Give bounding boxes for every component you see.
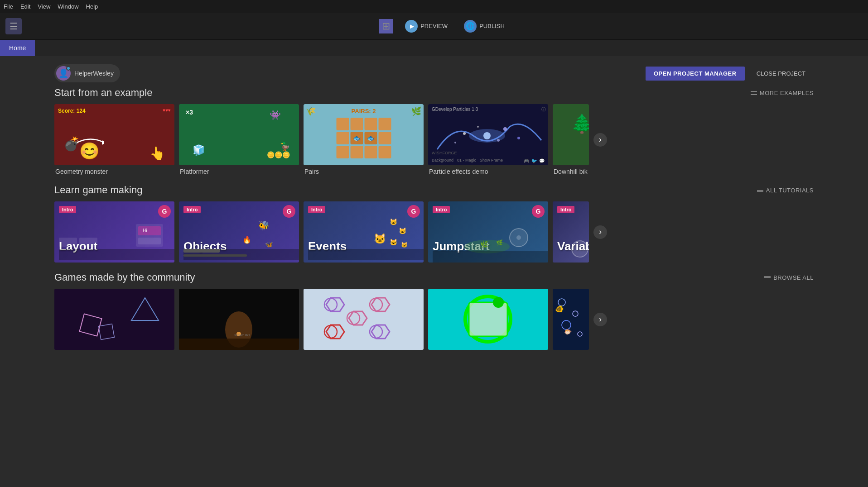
menu-file[interactable]: File <box>4 3 13 10</box>
example-card-downhill[interactable]: 🌲 Downhill bik <box>553 104 589 175</box>
svg-point-5 <box>454 142 456 143</box>
more-examples-link[interactable]: MORE EXAMPLES <box>751 90 814 96</box>
svg-rect-41 <box>179 339 299 350</box>
tab-home[interactable]: Home <box>0 40 35 56</box>
svg-text:🐱: 🐱 <box>390 239 398 246</box>
svg-text:Hi: Hi <box>143 228 147 233</box>
community-card-3[interactable] <box>304 289 424 350</box>
pairs-plant-right: 🌾 <box>306 106 316 116</box>
tutorial-card-objects[interactable]: Intro G Objects 🐝 🔥 🦋 <box>179 201 299 263</box>
user-header: 👤 HelperWesley OPEN PROJECT MANAGER CLOS… <box>54 56 814 87</box>
example-card-particles-img: GDevelop Particles 1.0 Ba <box>428 104 548 165</box>
svg-rect-10 <box>138 226 161 235</box>
community-next-arrow[interactable]: › <box>593 313 607 326</box>
toolbar-center: ⊞ ▶ PREVIEW 🌐 PUBLISH <box>25 18 863 34</box>
comm-card-5-svg: 🐠 🐡 <box>553 289 589 350</box>
comm-card-4-svg <box>428 289 548 350</box>
publish-button[interactable]: 🌐 PUBLISH <box>459 18 509 34</box>
svg-point-6 <box>517 137 520 139</box>
examples-section-title: Start from an example <box>54 87 152 99</box>
tut-title-objects: Objects <box>183 239 227 253</box>
more-examples-label: MORE EXAMPLES <box>760 90 814 96</box>
gdevelop-logo-layout: G <box>158 205 171 218</box>
example-card-pairs[interactable]: PAIRS: 2 🐟 🐟 <box>304 104 424 175</box>
example-card-particles-label: Particle effects demo <box>428 168 548 175</box>
tutorial-card-layout[interactable]: Intro G Layout Hi <box>54 201 174 263</box>
particles-social-icons: 🎮 🐦 💬 <box>524 158 545 163</box>
svg-point-28 <box>510 229 528 247</box>
user-profile[interactable]: 👤 HelperWesley <box>54 64 120 82</box>
community-card-5[interactable]: 🐠 🐡 <box>553 289 589 350</box>
tab-home-label: Home <box>9 44 26 52</box>
example-card-pairs-img: PAIRS: 2 🐟 🐟 <box>304 104 424 165</box>
example-card-platformer[interactable]: ×3 👾 🧊 🪙🪙🪙 🦆 Platformer <box>179 104 299 175</box>
tut-badge-variables: Intro <box>557 206 574 213</box>
tutorial-card-events[interactable]: Intro G Events 🐱 🐱 🐱 🐱 🐱 <box>304 201 424 263</box>
close-project-button[interactable]: CLOSE PROJECT <box>748 67 814 81</box>
menu-view[interactable]: View <box>38 3 50 10</box>
example-card-platformer-label: Platformer <box>179 168 299 175</box>
example-card-platformer-img: ×3 👾 🧊 🪙🪙🪙 🦆 <box>179 104 299 165</box>
tutorials-section-title: Learn game making <box>54 184 142 196</box>
community-card-1[interactable] <box>54 289 174 350</box>
community-card-2[interactable]: score: 0/1 <box>179 289 299 350</box>
examples-section-header: Start from an example MORE EXAMPLES <box>54 87 814 99</box>
browse-all-link[interactable]: BROWSE ALL <box>764 274 814 281</box>
gdevelop-logo-objects: G <box>283 205 295 218</box>
example-card-downhill-img: 🌲 <box>553 104 589 165</box>
menu-help[interactable]: Help <box>86 3 98 10</box>
list-icon-tutorials <box>757 188 763 192</box>
examples-cards-row: Score: 124 ♥♥♥ 💣 😊 👆 Geometry monster ×3 <box>54 104 814 175</box>
svg-point-55 <box>493 297 504 308</box>
particles-footer: Background 01 - Magic Show Frame <box>432 158 503 162</box>
particles-brand: WISHFORGE <box>432 151 457 155</box>
tab-bar: Home <box>0 40 868 56</box>
particles-label: GDevelop Particles 1.0 <box>432 107 478 112</box>
header-buttons: OPEN PROJECT MANAGER CLOSE PROJECT <box>646 67 814 81</box>
svg-text:🐠: 🐠 <box>555 305 564 313</box>
tut-title-jumpstart: Jumpstart <box>433 239 490 253</box>
community-section: Games made by the community BROWSE ALL <box>54 272 814 350</box>
svg-rect-12 <box>138 238 161 244</box>
pairs-plant-left: 🌿 <box>411 106 421 116</box>
gdevelop-logo-events: G <box>407 205 420 218</box>
svg-point-8 <box>497 139 500 142</box>
tut-badge-events: Intro <box>308 206 325 213</box>
plat-x3: ×3 <box>186 109 193 116</box>
example-card-geometry-monster[interactable]: Score: 124 ♥♥♥ 💣 😊 👆 Geometry monster <box>54 104 174 175</box>
tutorial-card-variables[interactable]: Intro Variab +1 <box>553 201 589 263</box>
geo-hand-icon: 👆 <box>149 146 165 161</box>
list-icon-community <box>764 275 771 280</box>
preview-button[interactable]: ▶ PREVIEW <box>400 18 452 34</box>
svg-point-59 <box>578 332 582 336</box>
tut-title-events: Events <box>308 239 347 253</box>
plat-character: 🧊 <box>193 144 205 156</box>
svg-point-3 <box>463 132 466 135</box>
menu-edit[interactable]: Edit <box>20 3 30 10</box>
tutorial-card-jumpstart[interactable]: Intro G Jumpstart 🌿 🌿 <box>428 201 548 263</box>
examples-next-arrow[interactable]: › <box>593 133 607 147</box>
svg-rect-9 <box>136 224 163 247</box>
svg-rect-37 <box>99 324 115 340</box>
toolbar: ☰ ⊞ ▶ PREVIEW 🌐 PUBLISH <box>0 13 868 40</box>
arrow-right-icon: › <box>599 135 602 144</box>
example-card-pairs-label: Pairs <box>304 168 424 175</box>
open-project-manager-button[interactable]: OPEN PROJECT MANAGER <box>646 67 745 81</box>
svg-marker-35 <box>131 298 159 320</box>
geo-score: Score: 124 <box>58 108 86 114</box>
svg-text:🐱: 🐱 <box>401 241 408 248</box>
examples-section: Start from an example MORE EXAMPLES Scor… <box>54 87 814 175</box>
svg-rect-21 <box>183 254 247 257</box>
main-content: 👤 HelperWesley OPEN PROJECT MANAGER CLOS… <box>0 56 868 487</box>
comm-card-1-svg <box>54 289 174 350</box>
tutorials-next-arrow[interactable]: › <box>593 225 607 239</box>
svg-text:score: 0/1: score: 0/1 <box>234 333 251 337</box>
publish-label: PUBLISH <box>479 23 505 29</box>
svg-point-29 <box>516 235 521 240</box>
community-card-4[interactable] <box>428 289 548 350</box>
all-tutorials-link[interactable]: ALL TUTORIALS <box>757 187 814 194</box>
menu-window[interactable]: Window <box>58 3 78 10</box>
svg-rect-53 <box>469 302 507 336</box>
example-card-particles[interactable]: GDevelop Particles 1.0 Ba <box>428 104 548 175</box>
gdevelop-logo-jumpstart: G <box>532 205 545 218</box>
